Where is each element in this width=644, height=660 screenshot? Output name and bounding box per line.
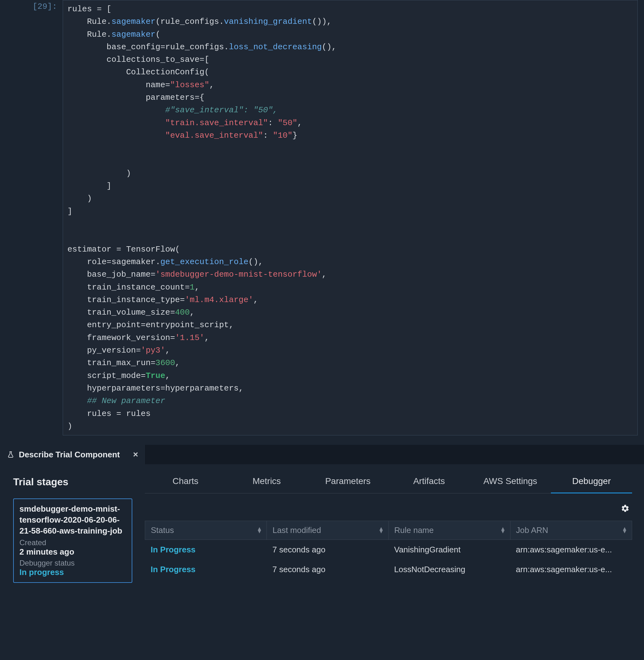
- stage-title: smdebugger-demo-mnist-tensorflow-2020-06…: [19, 504, 126, 536]
- col-status[interactable]: Status▲▼: [145, 521, 267, 540]
- cell-arn: arn:aws:sagemaker:us-e...: [510, 559, 632, 579]
- cell-arn: arn:aws:sagemaker:us-e...: [510, 540, 632, 560]
- cell-status: In Progress: [145, 540, 267, 560]
- sort-icon: ▲▼: [256, 527, 262, 533]
- bottom-panel-tabstrip: Describe Trial Component ×: [0, 445, 644, 464]
- table-toolbar: [145, 503, 632, 521]
- table-row[interactable]: In Progress7 seconds agoLossNotDecreasin…: [145, 559, 632, 579]
- trial-body: Trial stages smdebugger-demo-mnist-tenso…: [0, 464, 644, 595]
- stage-card[interactable]: smdebugger-demo-mnist-tensorflow-2020-06…: [13, 499, 132, 583]
- panel-tab-label: Describe Trial Component: [19, 450, 120, 460]
- tab-debugger[interactable]: Debugger: [551, 476, 632, 493]
- col-arn[interactable]: Job ARN▲▼: [510, 521, 632, 540]
- sort-icon: ▲▼: [500, 527, 506, 533]
- cell-modified: 7 seconds ago: [267, 540, 389, 560]
- col-modified[interactable]: Last modified▲▼: [267, 521, 389, 540]
- stage-debugger-status: In progress: [19, 568, 126, 577]
- tab-parameters[interactable]: Parameters: [307, 476, 389, 493]
- stage-debugger-label: Debugger status: [19, 559, 126, 568]
- cell-rule: LossNotDecreasing: [389, 559, 510, 579]
- tab-charts[interactable]: Charts: [145, 476, 226, 493]
- cell-rule: VanishingGradient: [389, 540, 510, 560]
- code-cell[interactable]: rules = [ Rule.sagemaker(rule_configs.va…: [63, 0, 638, 435]
- col-rule[interactable]: Rule name▲▼: [389, 521, 510, 540]
- cell-status: In Progress: [145, 559, 267, 579]
- tab-metrics[interactable]: Metrics: [226, 476, 307, 493]
- close-icon[interactable]: ×: [133, 449, 138, 460]
- table-row[interactable]: In Progress7 seconds agoVanishingGradien…: [145, 540, 632, 560]
- gear-icon[interactable]: [621, 504, 629, 515]
- trial-detail-pane: ChartsMetricsParametersArtifactsAWS Sett…: [145, 476, 632, 583]
- tab-aws-settings[interactable]: AWS Settings: [470, 476, 551, 493]
- table-header-row: Status▲▼ Last modified▲▼ Rule name▲▼ Job…: [145, 521, 632, 540]
- flask-icon: [7, 451, 15, 458]
- stage-created-label: Created: [19, 538, 126, 547]
- code-cell-row: [29]: rules = [ Rule.sagemaker(rule_conf…: [6, 0, 638, 435]
- trial-stages-pane: Trial stages smdebugger-demo-mnist-tenso…: [13, 476, 132, 583]
- panel-tab-describe-trial[interactable]: Describe Trial Component ×: [0, 445, 145, 464]
- sort-icon: ▲▼: [378, 527, 384, 533]
- tab-artifacts[interactable]: Artifacts: [389, 476, 470, 493]
- stage-created-value: 2 minutes ago: [19, 547, 126, 557]
- cell-modified: 7 seconds ago: [267, 559, 389, 579]
- cell-prompt: [29]:: [6, 0, 63, 11]
- detail-tabs: ChartsMetricsParametersArtifactsAWS Sett…: [145, 476, 632, 493]
- trial-stages-heading: Trial stages: [13, 476, 132, 488]
- notebook-area: [29]: rules = [ Rule.sagemaker(rule_conf…: [0, 0, 644, 445]
- rules-table: Status▲▼ Last modified▲▼ Rule name▲▼ Job…: [145, 521, 632, 579]
- sort-icon: ▲▼: [622, 527, 627, 533]
